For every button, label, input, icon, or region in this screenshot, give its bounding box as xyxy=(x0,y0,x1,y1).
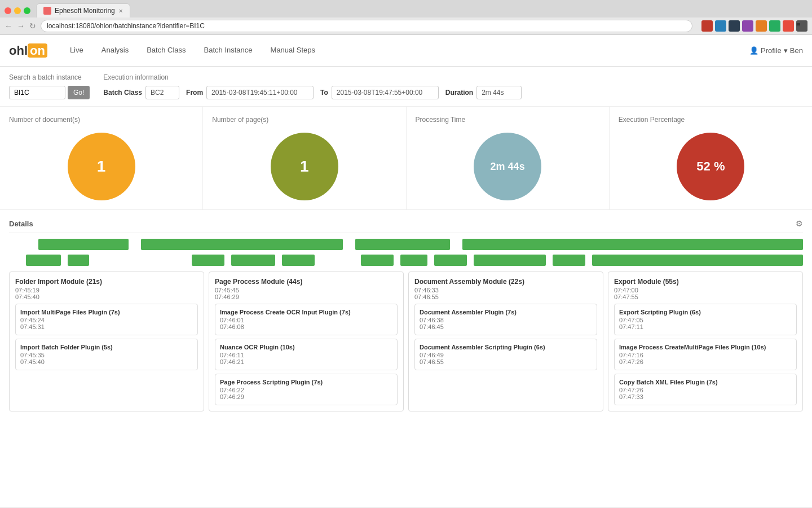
to-label: To xyxy=(320,89,328,97)
extension-icon-2[interactable] xyxy=(715,20,726,32)
plugin-card-1-0: Image Process Create OCR Input Plugin (7… xyxy=(215,304,398,335)
main-content: Search a batch instance Go! Execution in… xyxy=(0,67,812,507)
plugin-start: 07:47:26 xyxy=(619,387,792,393)
stat-pages-circle: 1 xyxy=(271,133,338,200)
stat-processing-time-value: 2m 44s xyxy=(491,161,525,173)
nav-live[interactable]: Live xyxy=(61,36,92,65)
url-input[interactable]: localhost:18080/ohlon/batchinstance?iden… xyxy=(41,20,692,32)
profile-icon: 👤 xyxy=(749,46,758,55)
maximize-button[interactable] xyxy=(24,7,30,14)
module-card-0: Folder Import Module (21s)07:45:1907:45:… xyxy=(9,271,204,411)
exec-fields: Batch Class BC2 From 2015-03-08T19:45:11… xyxy=(103,86,803,99)
settings-icon[interactable]: ⚙ xyxy=(796,219,803,228)
extension-icon-5[interactable] xyxy=(756,20,767,32)
module-name: Document Assembly Module (22s) xyxy=(414,278,597,286)
modules-grid: Folder Import Module (21s)07:45:1907:45:… xyxy=(9,271,803,411)
tl-bar xyxy=(474,255,546,266)
menu-icon[interactable]: ≡ xyxy=(796,20,807,32)
plugin-end: 07:46:08 xyxy=(220,323,392,330)
duration-field: Duration 2m 44s xyxy=(445,86,522,99)
from-field: From 2015-03-08T19:45:11+00:00 xyxy=(186,86,314,99)
plugin-name: Image Process CreateMultiPage Files Plug… xyxy=(619,344,792,351)
profile-dropdown-icon: ▾ xyxy=(784,46,788,55)
stats-row: Number of document(s) 1 Number of page(s… xyxy=(0,107,812,210)
back-button[interactable]: ← xyxy=(5,21,12,30)
forward-button[interactable]: → xyxy=(17,21,25,30)
module-name: Page Process Module (44s) xyxy=(215,278,398,286)
module-name: Folder Import Module (21s) xyxy=(15,278,198,286)
plugin-start: 07:46:49 xyxy=(420,352,592,358)
stat-pages-value: 1 xyxy=(300,157,309,176)
extension-icon-1[interactable] xyxy=(701,20,713,32)
plugin-end: 07:47:26 xyxy=(619,358,792,365)
stat-documents: Number of document(s) 1 xyxy=(0,107,203,209)
tl-gap xyxy=(434,255,467,266)
module-card-2: Document Assembly Module (22s)07:46:3307… xyxy=(408,271,603,411)
plugin-name: Export Scripting Plugin (6s) xyxy=(619,309,792,316)
plugin-card-2-1: Document Assembler Scripting Plugin (6s)… xyxy=(414,339,597,370)
plugin-name: Nuance OCR Plugin (10s) xyxy=(220,344,392,351)
browser-tab[interactable]: Ephesoft Monitoring ✕ xyxy=(36,3,130,17)
tl-bar xyxy=(26,255,61,266)
to-field: To 2015-03-08T19:47:55+00:00 xyxy=(320,86,439,99)
app-navbar: ohlon Live Analysis Batch Class Batch In… xyxy=(0,35,812,67)
plugin-end: 07:46:55 xyxy=(420,358,592,365)
stat-execution-pct-area: 52 % xyxy=(619,133,803,200)
module-name: Export Module (55s) xyxy=(614,278,797,286)
minimize-button[interactable] xyxy=(14,7,21,14)
stat-documents-value: 1 xyxy=(97,157,106,176)
nav-manual-steps[interactable]: Manual Steps xyxy=(262,36,325,65)
exec-info-label: Execution information xyxy=(103,73,803,81)
stat-processing-time-area: 2m 44s xyxy=(416,133,600,200)
plugin-start: 07:46:01 xyxy=(220,317,392,323)
plugin-start: 07:46:11 xyxy=(220,352,392,358)
batch-class-label: Batch Class xyxy=(103,89,142,97)
extension-icon-4[interactable] xyxy=(742,20,753,32)
profile-section[interactable]: 👤 Profile ▾ Ben xyxy=(749,46,803,55)
stat-processing-time-circle: 2m 44s xyxy=(474,133,541,200)
plugin-start: 07:45:35 xyxy=(20,352,193,358)
plugin-name: Image Process Create OCR Input Plugin (7… xyxy=(220,309,392,316)
plugin-card-0-1: Import Batch Folder Plugin (5s) 07:45:35… xyxy=(15,339,198,370)
search-label: Search a batch instance xyxy=(9,73,90,81)
module-start: 07:45:45 xyxy=(215,287,398,294)
browser-chrome: Ephesoft Monitoring ✕ ← → ↻ localhost:18… xyxy=(0,0,812,35)
profile-label: Profile xyxy=(761,46,782,55)
search-input-row: Go! xyxy=(9,86,90,99)
extension-icon-3[interactable] xyxy=(729,20,740,32)
plugin-card-3-1: Image Process CreateMultiPage Files Plug… xyxy=(614,339,797,370)
tl-bar xyxy=(68,255,89,266)
plugin-card-1-2: Page Process Scripting Plugin (7s) 07:46… xyxy=(215,374,398,405)
tl-bar xyxy=(462,239,803,250)
plugin-card-1-1: Nuance OCR Plugin (10s) 07:46:11 07:46:2… xyxy=(215,339,398,370)
close-button[interactable] xyxy=(5,7,11,14)
batch-class-field: Batch Class BC2 xyxy=(103,86,179,99)
plugin-name: Page Process Scripting Plugin (7s) xyxy=(220,379,392,386)
stat-processing-time: Processing Time 2m 44s xyxy=(407,107,610,209)
tab-close-icon[interactable]: ✕ xyxy=(118,8,123,14)
address-bar: ← → ↻ localhost:18080/ohlon/batchinstanc… xyxy=(0,17,812,34)
nav-analysis[interactable]: Analysis xyxy=(92,36,138,65)
from-label: From xyxy=(186,89,203,97)
extension-icon-6[interactable] xyxy=(769,20,780,32)
nav-batch-instance[interactable]: Batch Instance xyxy=(195,36,262,65)
extension-icon-7[interactable] xyxy=(783,20,794,32)
plugin-end: 07:45:31 xyxy=(20,323,193,330)
nav-batch-class[interactable]: Batch Class xyxy=(138,36,195,65)
plugin-name: Import MultiPage Files Plugin (7s) xyxy=(20,309,193,316)
search-execution-section: Search a batch instance Go! Execution in… xyxy=(0,67,812,107)
logo-accent: on xyxy=(28,43,47,58)
stat-documents-circle: 1 xyxy=(68,133,135,200)
profile-name: Ben xyxy=(790,46,803,55)
go-button[interactable]: Go! xyxy=(68,86,90,99)
nav-links: Live Analysis Batch Class Batch Instance… xyxy=(61,36,324,65)
plugin-end: 07:46:29 xyxy=(220,393,392,400)
stat-documents-title: Number of document(s) xyxy=(9,116,80,124)
tl-bar xyxy=(141,239,343,250)
search-input[interactable] xyxy=(9,86,65,99)
stat-pages-title: Number of page(s) xyxy=(212,116,268,124)
stat-execution-pct: Execution Percentage 52 % xyxy=(610,107,812,209)
traffic-lights xyxy=(5,7,30,14)
refresh-button[interactable]: ↻ xyxy=(29,21,36,30)
details-section: Details ⚙ xyxy=(0,210,812,416)
